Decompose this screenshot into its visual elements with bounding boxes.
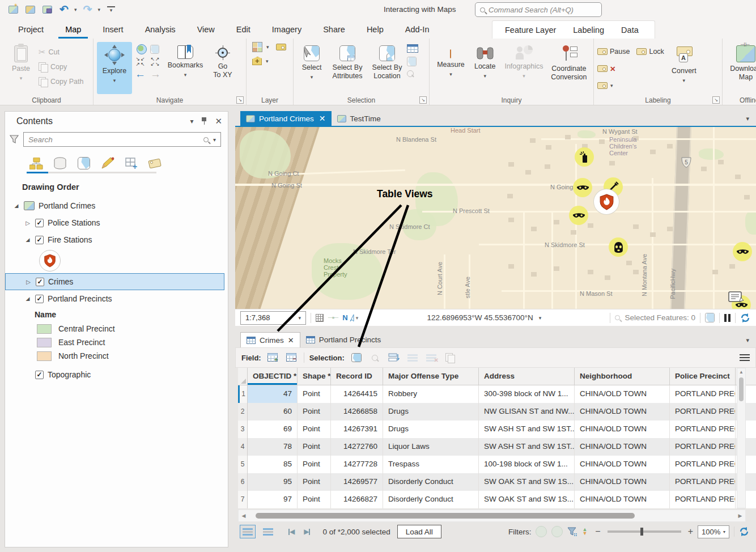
map-canvas[interactable]: 5 Head StartN Blandena StN Wygant StPeni… <box>235 127 756 309</box>
go-to-xy-button[interactable]: Go To XY <box>208 42 237 94</box>
new-project-icon[interactable]: ✶ <box>6 3 20 16</box>
select-button[interactable]: Select▾ <box>297 42 326 94</box>
cell[interactable]: Drugs <box>383 421 479 438</box>
ribbon-tab-insert[interactable]: Insert <box>96 22 130 39</box>
zoom-in-table-icon[interactable]: + <box>688 526 693 537</box>
snapping-icon[interactable]: ┈▪┈ <box>328 313 338 322</box>
zoom-selected-icon[interactable] <box>615 315 620 320</box>
cell[interactable]: 14272760 <box>331 438 383 456</box>
next-extent-icon[interactable]: → <box>150 69 161 79</box>
ribbon-tab-map[interactable]: Map <box>58 22 88 39</box>
cell[interactable]: CHINA/OLD TOWN <box>575 385 670 403</box>
cell[interactable]: PORTLAND PREC ( <box>670 385 736 403</box>
cell[interactable]: Trespass <box>383 456 479 473</box>
cell[interactable]: NW GLISAN ST and NW... <box>479 403 575 421</box>
first-record-icon[interactable]: ◀ <box>288 528 295 536</box>
map-tab-portland-crimes[interactable]: Portland Crimes ✕ <box>240 111 332 126</box>
layer-portland-crimes[interactable]: ◢ Portland Crimes <box>5 197 228 214</box>
load-all-button[interactable]: Load All <box>397 525 441 538</box>
paste-button[interactable]: Paste▾ <box>3 42 39 94</box>
cell[interactable]: 78 <box>248 438 298 456</box>
clear-selection-icon[interactable] <box>407 57 417 66</box>
expand-icon[interactable]: ▷ <box>25 279 32 285</box>
table-view-toggle-icon[interactable] <box>240 525 256 538</box>
north-arrow-icon[interactable]: N▾ <box>342 313 358 322</box>
column-header-police-precinct[interactable]: Police Precinct <box>670 368 736 385</box>
infographics-button[interactable]: Infographics▾ <box>501 42 546 94</box>
table-row[interactable]: 147Point14264415Robbery300-398 block of … <box>238 385 756 403</box>
navigate-dialog-launcher[interactable]: ↘ <box>236 96 244 104</box>
tab-snapping[interactable]: + <box>122 155 141 172</box>
table-zoom-select[interactable]: 100%▾ <box>698 525 729 538</box>
cell[interactable]: 14269577 <box>331 473 383 491</box>
full-extent-icon[interactable] <box>137 44 147 54</box>
fixed-zoom-in-icon[interactable]: ↘↙↗↖ <box>134 57 147 67</box>
ribbon-tab-edit[interactable]: Edit <box>230 22 257 39</box>
basemap-icon[interactable] <box>252 42 262 52</box>
collapse-icon[interactable]: ◢ <box>24 296 31 302</box>
basemap-dropdown[interactable]: ▾ <box>266 44 269 50</box>
measure-button[interactable]: Measure▾ <box>433 42 469 94</box>
cell[interactable]: 85 <box>248 456 298 473</box>
cell[interactable]: 95 <box>248 473 298 491</box>
cut-button[interactable]: ✂Cut <box>39 46 83 58</box>
tab-data-source[interactable] <box>50 155 69 172</box>
delete-selected-icon[interactable]: ✕ <box>424 351 438 364</box>
refresh-icon[interactable] <box>740 313 750 323</box>
table-tabs-chevron-icon[interactable]: ▾ <box>746 337 749 344</box>
save-project-icon[interactable] <box>40 3 54 16</box>
column-header-major-offense-type[interactable]: Major Offense Type <box>383 368 479 385</box>
range-filter-icon[interactable] <box>551 526 563 537</box>
refresh-table-icon[interactable] <box>739 526 749 537</box>
ribbon-tab-view[interactable]: View <box>190 22 222 39</box>
row-number[interactable]: 6 <box>238 473 248 491</box>
row-number[interactable]: 7 <box>238 491 248 508</box>
cell[interactable]: Point <box>298 473 331 491</box>
cell[interactable]: 14264415 <box>331 385 383 403</box>
cell[interactable]: 100-198 block of SW 1... <box>479 456 575 473</box>
scroll-right-icon[interactable]: ▶ <box>735 513 745 519</box>
column-header-record-id[interactable]: Record ID <box>331 368 383 385</box>
bookmarks-button[interactable]: Bookmarks▾ <box>164 42 207 94</box>
table-horizontal-scrollbar[interactable]: ◀ ▶ <box>238 509 746 522</box>
ribbon-tab-help[interactable]: Help <box>360 22 390 39</box>
cell[interactable]: 300-398 block of NW 1... <box>479 385 575 403</box>
cell[interactable]: PORTLAND PREC ( <box>670 473 736 491</box>
previous-extent-icon[interactable]: ← <box>135 69 146 79</box>
redo-dropdown[interactable]: ▾ <box>98 7 101 12</box>
cell[interactable]: PORTLAND PREC ( <box>670 491 736 508</box>
table-row[interactable]: 260Point14266858DrugsNW GLISAN ST and NW… <box>238 403 756 421</box>
cell[interactable]: Point <box>298 403 331 421</box>
zoom-out-table-icon[interactable]: − <box>595 526 600 537</box>
table-menu-icon[interactable] <box>740 354 750 361</box>
column-header-address[interactable]: Address <box>479 368 575 385</box>
fire-stations-checkbox[interactable]: ✓ <box>35 236 44 244</box>
filter-icon[interactable] <box>10 135 19 144</box>
row-number[interactable]: 3 <box>238 421 248 438</box>
ribbon-tab-imagery[interactable]: Imagery <box>265 22 308 39</box>
label-options-button[interactable]: ▾ <box>597 79 664 92</box>
pane-menu-chevron-icon[interactable]: ▾ <box>190 117 193 125</box>
cell[interactable]: 14266858 <box>331 403 383 421</box>
clear-labels-button[interactable]: ✕ <box>597 62 664 75</box>
table-zoom-slider[interactable] <box>608 530 681 533</box>
command-search-input[interactable]: Command Search (Alt+Q) <box>475 2 602 17</box>
column-header-neighborhood[interactable]: Neighborhood <box>575 368 670 385</box>
cell[interactable]: Disorderly Conduct <box>383 491 479 508</box>
ribbon-tab-project[interactable]: Project <box>11 22 50 39</box>
row-number[interactable]: 4 <box>238 438 248 456</box>
table-row[interactable]: 797Point14266827Disorderly ConductSW OAK… <box>238 491 756 508</box>
grid-toggle-icon[interactable] <box>316 314 324 322</box>
cell[interactable]: 14266827 <box>331 491 383 508</box>
clear-selection-table-icon[interactable] <box>406 351 419 364</box>
scroll-left-icon[interactable]: ◀ <box>239 513 249 519</box>
row-number[interactable]: 2 <box>238 403 248 421</box>
close-table-tab-icon[interactable]: ✕ <box>288 336 294 345</box>
portland-precincts-checkbox[interactable]: ✓ <box>35 295 44 303</box>
cell[interactable]: PORTLAND PREC ( <box>670 403 736 421</box>
layer-crimes[interactable]: ▷ ✓ Crimes <box>5 273 224 290</box>
selection-dialog-launcher[interactable]: ↘ <box>419 96 427 104</box>
definition-filter-icon[interactable] <box>567 527 577 536</box>
cell[interactable]: CHINA/OLD TOWN <box>575 438 670 456</box>
add-data-icon[interactable]: + <box>252 57 262 65</box>
